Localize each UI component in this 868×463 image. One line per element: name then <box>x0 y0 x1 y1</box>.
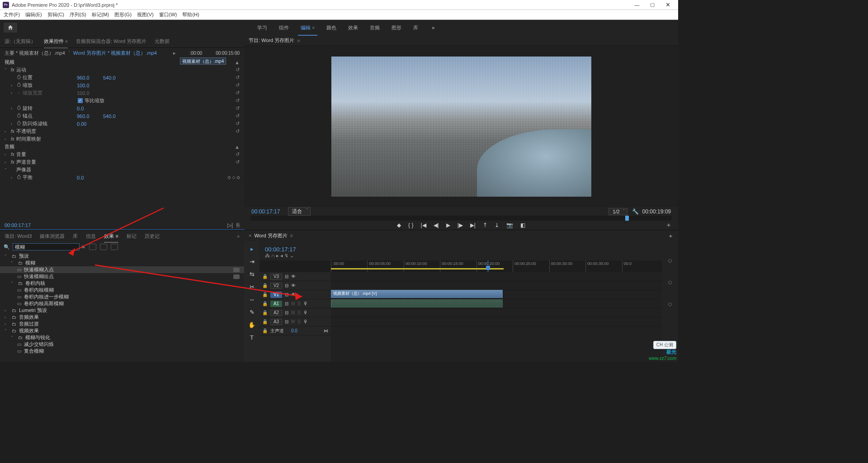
menu-sequence[interactable]: 序列(S) <box>70 11 86 18</box>
tab-effect-controls[interactable]: 效果控件 ≡ <box>44 38 68 45</box>
hand-tool[interactable]: ✋ <box>248 321 256 329</box>
mark-out-icon[interactable]: { } <box>408 222 413 228</box>
tab-metadata[interactable]: 元数据 <box>155 38 170 45</box>
add-track-icon[interactable]: ＋ <box>668 232 674 240</box>
tree-item[interactable]: ▭卷积内核高斯模糊 <box>0 300 244 307</box>
settings-icon[interactable]: 🔧 <box>632 208 639 215</box>
timeline-options[interactable]: ⁂ ∩ ▸ ◂ ↯ ⌄ <box>265 253 678 259</box>
razor-tool[interactable]: ✂ <box>248 283 256 291</box>
tab-source[interactable]: 源:（无剪辑） <box>5 38 36 45</box>
reset-icon[interactable]: ↺ <box>236 105 240 111</box>
work-area-bar[interactable] <box>331 268 504 269</box>
ec-panner[interactable]: 声像器 <box>16 166 31 173</box>
ec-deflicker-value[interactable]: 0.00 <box>77 121 103 127</box>
loop-icon[interactable]: ▷| <box>227 222 233 228</box>
reset-icon[interactable]: ↺ <box>236 90 240 96</box>
go-in-icon[interactable]: |◀ <box>420 222 426 228</box>
timeline-tc[interactable]: 00:00:17:17 <box>265 246 296 253</box>
tree-folder[interactable]: ›🗀Lumetri 预设 <box>0 307 244 314</box>
toggle-output-icon[interactable]: ⊟ <box>285 274 288 279</box>
ec-timeremap[interactable]: 时间重映射 <box>16 136 41 142</box>
tree-item[interactable]: ▭快速模糊入点 <box>0 266 244 273</box>
overflow-icon[interactable]: » <box>237 233 240 239</box>
scrub-playhead[interactable] <box>625 216 629 221</box>
audio-clip[interactable] <box>331 299 503 307</box>
ws-audio[interactable]: 音频 <box>370 24 380 31</box>
ws-menu-icon[interactable]: ≡ <box>312 25 315 30</box>
ec-volume[interactable]: 音量 <box>16 151 26 158</box>
tab-media-browser[interactable]: 媒体浏览器 <box>40 233 65 240</box>
panel-menu-icon[interactable]: ≡ <box>297 38 300 43</box>
ec-anchor-x[interactable]: 960.0 <box>77 113 103 119</box>
toggle-output-icon[interactable]: ⊟ <box>285 283 288 288</box>
menu-view[interactable]: 视图(V) <box>137 11 154 18</box>
tree-folder[interactable]: ›🗀音频效果 <box>0 314 244 321</box>
ec-sequence-clip[interactable]: Word 另存图片 * 视频素材（总）.mp4 <box>73 50 157 57</box>
tab-audio-mixer[interactable]: 音频剪辑混合器: Word 另存图片 <box>76 38 146 45</box>
accelerated-filter-icon[interactable] <box>89 244 96 250</box>
toggle-output-icon[interactable]: ⊟ <box>285 310 288 315</box>
toggle-output-icon[interactable]: ⊟ <box>285 301 288 306</box>
lock-icon[interactable]: 🔒 <box>262 301 268 306</box>
tree-folder[interactable]: ˅🗀模糊与锐化 <box>0 334 244 341</box>
step-fwd-icon[interactable]: |▶ <box>458 222 463 228</box>
tab-project[interactable]: 项目: Word3 <box>5 233 32 240</box>
reset-icon[interactable]: ↺ <box>236 75 240 80</box>
lock-icon[interactable]: 🔒 <box>262 319 268 324</box>
ws-assembly[interactable]: 组件 <box>279 24 289 31</box>
toggle-output-icon[interactable]: ⊟ <box>285 319 288 324</box>
tab-markers[interactable]: 标记 <box>127 233 137 240</box>
tree-folder[interactable]: ˅🗀模糊 <box>0 260 244 266</box>
tab-effects[interactable]: 效果 ≡ <box>104 233 118 240</box>
track-header-a3[interactable]: 🔒A3⊟MS🎙 <box>259 317 331 326</box>
eye-icon[interactable]: 👁 <box>291 274 296 279</box>
ec-opacity[interactable]: 不透明度 <box>16 128 36 135</box>
reset-icon[interactable]: ↺ <box>236 121 240 127</box>
ws-learning[interactable]: 学习 <box>257 24 267 31</box>
ec-balance-value[interactable]: 0.0 <box>77 175 103 180</box>
ec-foot-timecode[interactable]: 00:00:17:17 <box>5 222 31 228</box>
export-frame-icon[interactable]: ⎘ <box>236 222 240 228</box>
menu-window[interactable]: 窗口(W) <box>159 11 177 18</box>
ec-anchor-y[interactable]: 540.0 <box>103 113 129 119</box>
ws-graphics[interactable]: 图形 <box>392 24 401 31</box>
menu-help[interactable]: 帮助(H) <box>182 11 199 18</box>
maximize-button[interactable]: ▢ <box>645 0 660 9</box>
pen-tool[interactable]: ✎ <box>248 308 256 316</box>
keyframe-nav[interactable] <box>228 176 240 179</box>
ripple-tool[interactable]: ⇆ <box>248 270 256 278</box>
eye-icon[interactable]: 👁 <box>291 283 296 288</box>
reset-icon[interactable]: ↺ <box>236 159 240 165</box>
ec-clip-strip[interactable]: 视频素材（总）.mp4 <box>180 57 226 65</box>
ec-rotation-value[interactable]: 0.0 <box>77 106 103 111</box>
menu-graphics[interactable]: 图形(G) <box>114 11 132 18</box>
tree-folder[interactable]: ˅🗀预设 <box>0 253 244 260</box>
ws-overflow[interactable]: » <box>432 25 434 30</box>
program-scrubber[interactable] <box>250 216 672 221</box>
comparison-icon[interactable]: ◧ <box>520 222 525 228</box>
tree-item[interactable]: ▭复合模糊 <box>0 348 244 354</box>
ws-editing[interactable]: 编辑≡ <box>301 24 315 31</box>
tree-folder[interactable]: ˅🗀视频效果 <box>0 327 244 334</box>
tab-history[interactable]: 历史记 <box>145 233 160 240</box>
ec-position-y[interactable]: 540.0 <box>103 75 129 80</box>
master-track[interactable]: 🔒主声道0.0⋈ <box>259 326 331 335</box>
panel-menu-icon[interactable]: ≡ <box>115 233 118 239</box>
uniform-scale-checkbox[interactable]: ✓ <box>78 98 83 103</box>
tree-folder[interactable]: ›🗀音频过渡 <box>0 321 244 327</box>
fit-dropdown[interactable]: 适合 <box>288 207 311 216</box>
minimize-button[interactable]: — <box>629 0 645 9</box>
close-button[interactable]: ✕ <box>660 0 675 9</box>
type-tool[interactable]: T <box>248 333 256 341</box>
tab-info[interactable]: 信息 <box>86 233 96 240</box>
ws-libraries[interactable]: 库 <box>413 24 418 31</box>
button-editor-icon[interactable]: ＋ <box>665 221 672 229</box>
tree-item[interactable]: ▭卷积内核进一步模糊 <box>0 293 244 300</box>
reset-icon[interactable]: ↺ <box>236 113 240 119</box>
ws-effects[interactable]: 效果 <box>348 24 358 31</box>
toggle-output-icon[interactable]: ⊟ <box>285 292 288 297</box>
panel-menu-icon[interactable]: ≡ <box>65 39 68 44</box>
play-icon[interactable]: ▶ <box>446 222 450 228</box>
program-current-tc[interactable]: 00:00:17:17 <box>251 208 280 215</box>
track-header-a2[interactable]: 🔒A2⊟MS🎙 <box>259 308 331 317</box>
